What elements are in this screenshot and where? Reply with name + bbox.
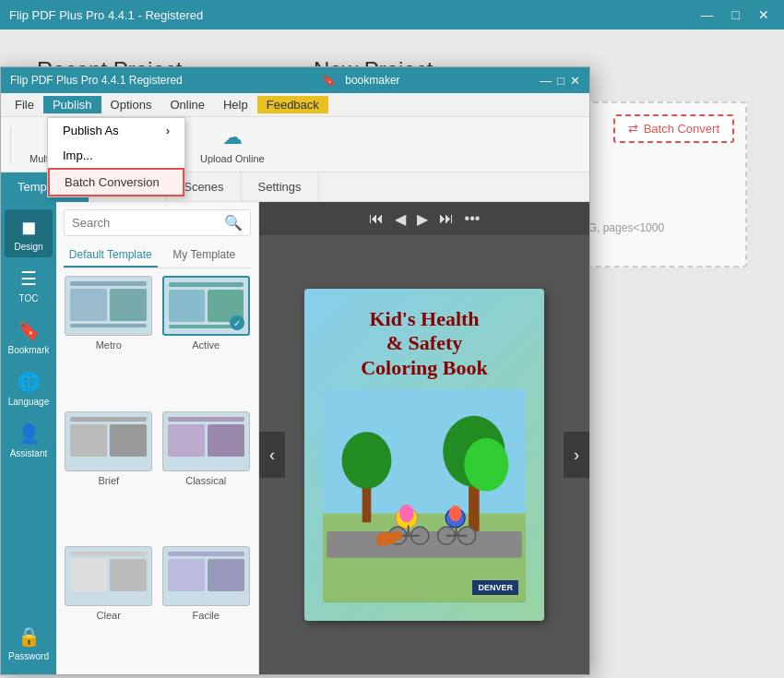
active-label: Active <box>192 339 220 351</box>
menu-publish[interactable]: Publish <box>43 96 101 113</box>
svg-point-18 <box>399 505 413 522</box>
publish-as-item[interactable]: Publish As › <box>48 118 184 143</box>
metro-label: Metro <box>96 339 122 351</box>
active-check: ✓ <box>230 315 244 330</box>
template-facile[interactable]: Facile <box>161 546 252 674</box>
svg-point-27 <box>377 538 383 547</box>
template-metro[interactable]: Metro <box>64 276 154 404</box>
more-btn[interactable]: ••• <box>465 210 481 227</box>
app-close-btn[interactable]: ✕ <box>570 74 580 88</box>
default-template-tab[interactable]: Default Template <box>64 244 158 268</box>
templates-grid: Metro <box>56 276 258 674</box>
menu-options[interactable]: Options <box>101 96 161 113</box>
minimize-btn[interactable]: — <box>695 7 719 22</box>
password-icon: 🔒 <box>18 625 41 648</box>
menu-bar: File Publish Options Online Help Feedbac… <box>1 93 589 117</box>
sidebar-toc[interactable]: ☰ TOC <box>5 261 53 309</box>
sidebar-design[interactable]: ◼ Design <box>5 209 53 257</box>
design-label: Design <box>14 242 42 252</box>
active-thumb: ✓ <box>162 276 250 336</box>
maximize-btn[interactable]: □ <box>727 7 745 22</box>
classical-thumb <box>162 411 250 471</box>
app-body: ◼ Design ☰ TOC 🔖 Bookmark 🌐 Language 👤 <box>1 202 589 674</box>
upload-icon: ☁ <box>222 125 243 149</box>
denver-logo: DENVER <box>472 580 518 595</box>
toc-label: TOC <box>19 293 39 303</box>
toc-icon: ☰ <box>20 268 37 290</box>
app-title: Flip PDF Plus Pro 4.4.1 - Registered <box>9 8 203 22</box>
tab-settings[interactable]: Settings <box>242 172 319 202</box>
search-box: 🔍 <box>64 209 251 236</box>
app-title-bar: Flip PDF Plus Pro 4.4.1 Registered 🔖 boo… <box>1 67 589 93</box>
next-next-btn[interactable]: ⏭ <box>439 210 454 227</box>
clear-label: Clear <box>97 610 121 621</box>
language-label: Language <box>8 397 50 407</box>
prev-prev-btn[interactable]: ⏮ <box>369 210 384 227</box>
menu-file[interactable]: File <box>6 96 43 113</box>
menu-feedback[interactable]: Feedback <box>257 96 328 113</box>
convert-icon: ⇄ <box>628 122 638 136</box>
next-btn[interactable]: ▶ <box>417 210 428 228</box>
svg-point-28 <box>383 538 388 547</box>
batch-convert-label: Batch Convert <box>644 122 719 136</box>
classical-label: Classical <box>185 475 226 486</box>
nav-right-btn[interactable]: › <box>564 432 589 478</box>
sidebar-password[interactable]: 🔒 Password <box>5 619 53 667</box>
toolbar-sep-1 <box>10 126 11 163</box>
app-maximize-btn[interactable]: □ <box>557 74 564 88</box>
sidebar-assistant[interactable]: 👤 Assistant <box>5 416 53 464</box>
book-title: Kid's Health& SafetyColoring Book <box>361 307 488 380</box>
main-background: Recent Project 📁 Open Project 📄 Coloring… <box>0 30 784 678</box>
app-title-controls: — □ ✕ <box>540 74 580 88</box>
bookmark-label: Bookmark <box>7 345 49 355</box>
language-icon: 🌐 <box>18 371 41 393</box>
template-active[interactable]: ✓ Active <box>161 276 252 404</box>
svg-point-26 <box>393 531 402 541</box>
brief-label: Brief <box>98 475 119 486</box>
bookmaker-icon: 🔖 <box>322 74 336 87</box>
upload-label: Upload Online <box>200 153 265 164</box>
import-item[interactable]: Imp... <box>48 143 184 168</box>
assistant-label: Assistant <box>10 448 48 458</box>
metro-thumb <box>65 276 152 336</box>
batch-conversion-item[interactable]: Batch Conversion <box>48 168 184 196</box>
app-window: Flip PDF Plus Pro 4.4.1 Registered 🔖 boo… <box>0 66 590 675</box>
svg-point-24 <box>449 506 461 521</box>
nav-left-btn[interactable]: ‹ <box>259 432 285 478</box>
menu-online[interactable]: Online <box>160 96 214 113</box>
publish-as-label: Publish As <box>63 124 119 137</box>
menu-help[interactable]: Help <box>214 96 257 113</box>
publish-dropdown: Publish As › Imp... Batch Conversion <box>47 117 185 197</box>
prev-btn[interactable]: ◀ <box>395 210 406 228</box>
search-input[interactable] <box>72 216 224 230</box>
batch-conversion-label: Batch Conversion <box>65 175 160 189</box>
template-brief[interactable]: Brief <box>64 411 154 540</box>
upload-online-btn[interactable]: ☁ Upload Online <box>200 125 265 164</box>
template-classical[interactable]: Classical <box>161 411 252 540</box>
app-minimize-btn[interactable]: — <box>540 74 552 88</box>
import-label: Imp... <box>63 149 93 162</box>
svg-point-10 <box>464 438 508 492</box>
sidebar: ◼ Design ☰ TOC 🔖 Bookmark 🌐 Language 👤 <box>1 202 56 674</box>
assistant-icon: 👤 <box>18 422 41 445</box>
search-icon: 🔍 <box>224 214 243 232</box>
book-illustration <box>323 389 526 602</box>
password-label: Password <box>8 651 49 661</box>
close-btn[interactable]: ✕ <box>753 7 775 22</box>
brief-thumb <box>65 411 152 471</box>
design-panel: 🔍 Default Template My Template <box>56 202 259 674</box>
template-clear[interactable]: Clear <box>64 546 154 674</box>
sidebar-bookmark[interactable]: 🔖 Bookmark <box>5 313 53 361</box>
preview-toolbar: ⏮ ◀ ▶ ⏭ ••• <box>259 202 589 235</box>
batch-convert-button[interactable]: ⇄ Batch Convert <box>613 114 734 143</box>
title-controls: — □ ✕ <box>695 7 775 22</box>
bookmaker-label: bookmaker <box>345 74 399 87</box>
facile-thumb <box>162 546 250 606</box>
sidebar-language[interactable]: 🌐 Language <box>5 364 53 412</box>
app-window-title: Flip PDF Plus Pro 4.4.1 Registered <box>10 74 183 87</box>
main-title-bar: Flip PDF Plus Pro 4.4.1 - Registered — □… <box>0 0 784 30</box>
facile-label: Facile <box>193 610 220 621</box>
publish-as-arrow: › <box>166 124 170 137</box>
my-template-tab[interactable]: My Template <box>158 244 252 268</box>
book-cover: Kid's Health& SafetyColoring Book <box>304 289 544 621</box>
